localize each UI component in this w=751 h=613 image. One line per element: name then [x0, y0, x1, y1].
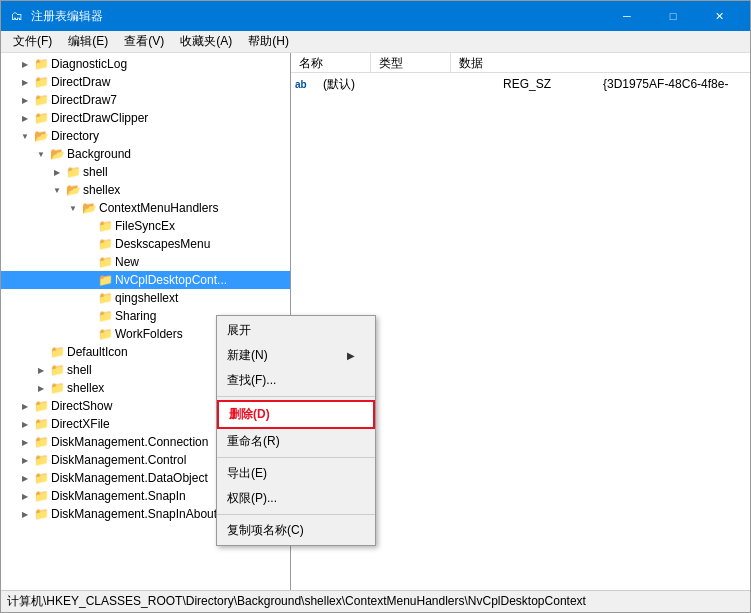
tree-item-shellex2[interactable]: ▶ 📁 shellex [1, 379, 290, 397]
title-bar-controls: ─ □ ✕ [604, 1, 742, 31]
tree-label-workfolders: WorkFolders [115, 327, 183, 341]
tree-item-filesyncex[interactable]: 📁 FileSyncEx [1, 217, 290, 235]
tree-toggle-shellex2[interactable]: ▶ [33, 380, 49, 396]
tree-toggle-sharing [81, 308, 97, 324]
tree-item-shell2[interactable]: ▶ 📁 shell [1, 361, 290, 379]
registry-row-default[interactable]: ab (默认) REG_SZ {3D1975AF-48C6-4f8e- [291, 75, 750, 93]
tree-toggle-directdraw[interactable]: ▶ [17, 74, 33, 90]
tree-item-directdrawclipper[interactable]: ▶ 📁 DirectDrawClipper [1, 109, 290, 127]
tree-item-defaulticon[interactable]: 📁 DefaultIcon [1, 343, 290, 361]
tree-item-diskmanagement-snapin[interactable]: ▶ 📁 DiskManagement.SnapIn [1, 487, 290, 505]
tree-toggle-diskmanagement-dataobject[interactable]: ▶ [17, 470, 33, 486]
tree-item-diskmanagement-dataobject[interactable]: ▶ 📁 DiskManagement.DataObject [1, 469, 290, 487]
title-bar: 🗂 注册表编辑器 ─ □ ✕ [1, 1, 750, 31]
tree-item-sharing[interactable]: 📁 Sharing [1, 307, 290, 325]
registry-value-data: {3D1975AF-48C6-4f8e- [603, 77, 746, 91]
tree-toggle-directdraw7[interactable]: ▶ [17, 92, 33, 108]
menu-view[interactable]: 查看(V) [116, 31, 172, 52]
folder-icon-diagnosticlog: 📁 [33, 56, 49, 72]
menu-edit[interactable]: 编辑(E) [60, 31, 116, 52]
tree-toggle-new [81, 254, 97, 270]
tree-label-filesyncex: FileSyncEx [115, 219, 175, 233]
right-pane-content[interactable]: ab (默认) REG_SZ {3D1975AF-48C6-4f8e- [291, 73, 750, 590]
menu-favorites[interactable]: 收藏夹(A) [172, 31, 240, 52]
tree-item-shellex[interactable]: ▼ 📂 shellex [1, 181, 290, 199]
tree-item-qingshellext[interactable]: 📁 qingshellext [1, 289, 290, 307]
tree-toggle-deskscapesmenu [81, 236, 97, 252]
tree-item-shell[interactable]: ▶ 📁 shell [1, 163, 290, 181]
folder-icon-diskmanagement-control: 📁 [33, 452, 49, 468]
folder-icon-shell: 📁 [65, 164, 81, 180]
tree-toggle-directxfile[interactable]: ▶ [17, 416, 33, 432]
maximize-button[interactable]: □ [650, 1, 696, 31]
folder-icon-new: 📁 [97, 254, 113, 270]
tree-item-directshow[interactable]: ▶ 📁 DirectShow [1, 397, 290, 415]
tree-item-new[interactable]: 📁 New [1, 253, 290, 271]
folder-icon-contextmenuhandlers: 📂 [81, 200, 97, 216]
col-header-data: 数据 [451, 53, 750, 72]
tree-toggle-directdrawclipper[interactable]: ▶ [17, 110, 33, 126]
close-button[interactable]: ✕ [696, 1, 742, 31]
tree-toggle-shell[interactable]: ▶ [49, 164, 65, 180]
tree-toggle-shellex[interactable]: ▼ [49, 182, 65, 198]
tree-toggle-diagnosticlog[interactable]: ▶ [17, 56, 33, 72]
tree-label-contextmenuhandlers: ContextMenuHandlers [99, 201, 218, 215]
tree-item-diagnosticlog[interactable]: ▶ 📁 DiagnosticLog [1, 55, 290, 73]
folder-icon-qingshellext: 📁 [97, 290, 113, 306]
menu-file[interactable]: 文件(F) [5, 31, 60, 52]
tree-label-diskmanagement-snapinabout: DiskManagement.SnapInAbout [51, 507, 217, 521]
tree-label-defaulticon: DefaultIcon [67, 345, 128, 359]
tree-item-diskmanagement-connection[interactable]: ▶ 📁 DiskManagement.Connection [1, 433, 290, 451]
tree-toggle-diskmanagement-control[interactable]: ▶ [17, 452, 33, 468]
tree-item-directdraw[interactable]: ▶ 📁 DirectDraw [1, 73, 290, 91]
tree-label-directdrawclipper: DirectDrawClipper [51, 111, 148, 125]
tree-item-deskscapesmenu[interactable]: 📁 DeskscapesMenu [1, 235, 290, 253]
tree-label-directory: Directory [51, 129, 99, 143]
tree-toggle-qingshellext [81, 290, 97, 306]
window-icon: 🗂 [9, 8, 25, 24]
tree-toggle-diskmanagement-connection[interactable]: ▶ [17, 434, 33, 450]
tree-toggle-background[interactable]: ▼ [33, 146, 49, 162]
menu-bar: 文件(F) 编辑(E) 查看(V) 收藏夹(A) 帮助(H) [1, 31, 750, 53]
tree-item-contextmenuhandlers[interactable]: ▼ 📂 ContextMenuHandlers [1, 199, 290, 217]
tree-label-diskmanagement-snapin: DiskManagement.SnapIn [51, 489, 186, 503]
tree-label-nvcpldesktop: NvCplDesktopCont... [115, 273, 227, 287]
tree-label-directxfile: DirectXFile [51, 417, 110, 431]
tree-item-background[interactable]: ▼ 📂 Background [1, 145, 290, 163]
folder-icon-background: 📂 [49, 146, 65, 162]
tree-item-diskmanagement-snapinabout[interactable]: ▶ 📁 DiskManagement.SnapInAbout [1, 505, 290, 523]
tree-toggle-contextmenuhandlers[interactable]: ▼ [65, 200, 81, 216]
tree-item-workfolders[interactable]: 📁 WorkFolders [1, 325, 290, 343]
tree-item-diskmanagement-control[interactable]: ▶ 📁 DiskManagement.Control [1, 451, 290, 469]
folder-icon-defaulticon: 📁 [49, 344, 65, 360]
folder-icon-workfolders: 📁 [97, 326, 113, 342]
main-content: ▶ 📁 DiagnosticLog ▶ 📁 DirectDraw ▶ 📁 Di [1, 53, 750, 590]
tree-toggle-directory[interactable]: ▼ [17, 128, 33, 144]
folder-icon-directdraw7: 📁 [33, 92, 49, 108]
tree-toggle-diskmanagement-snapinabout[interactable]: ▶ [17, 506, 33, 522]
folder-icon-directdrawclipper: 📁 [33, 110, 49, 126]
tree-pane[interactable]: ▶ 📁 DiagnosticLog ▶ 📁 DirectDraw ▶ 📁 Di [1, 53, 291, 590]
tree-item-directory[interactable]: ▼ 📂 Directory [1, 127, 290, 145]
folder-icon-directxfile: 📁 [33, 416, 49, 432]
tree-label-directdraw7: DirectDraw7 [51, 93, 117, 107]
tree-label-shell2: shell [67, 363, 92, 377]
tree-label-qingshellext: qingshellext [115, 291, 178, 305]
tree-toggle-directshow[interactable]: ▶ [17, 398, 33, 414]
tree-item-directxfile[interactable]: ▶ 📁 DirectXFile [1, 415, 290, 433]
tree-label-background: Background [67, 147, 131, 161]
menu-help[interactable]: 帮助(H) [240, 31, 297, 52]
tree-label-diskmanagement-dataobject: DiskManagement.DataObject [51, 471, 208, 485]
tree-label-diskmanagement-control: DiskManagement.Control [51, 453, 186, 467]
tree-label-shellex2: shellex [67, 381, 104, 395]
tree-toggle-workfolders [81, 326, 97, 342]
registry-value-name: (默认) [323, 76, 503, 93]
status-text: 计算机\HKEY_CLASSES_ROOT\Directory\Backgrou… [7, 593, 586, 610]
folder-icon-directshow: 📁 [33, 398, 49, 414]
minimize-button[interactable]: ─ [604, 1, 650, 31]
tree-toggle-shell2[interactable]: ▶ [33, 362, 49, 378]
tree-item-directdraw7[interactable]: ▶ 📁 DirectDraw7 [1, 91, 290, 109]
tree-toggle-diskmanagement-snapin[interactable]: ▶ [17, 488, 33, 504]
registry-value-type: REG_SZ [503, 77, 603, 91]
tree-item-nvcpldesktop[interactable]: 📁 NvCplDesktopCont... [1, 271, 290, 289]
